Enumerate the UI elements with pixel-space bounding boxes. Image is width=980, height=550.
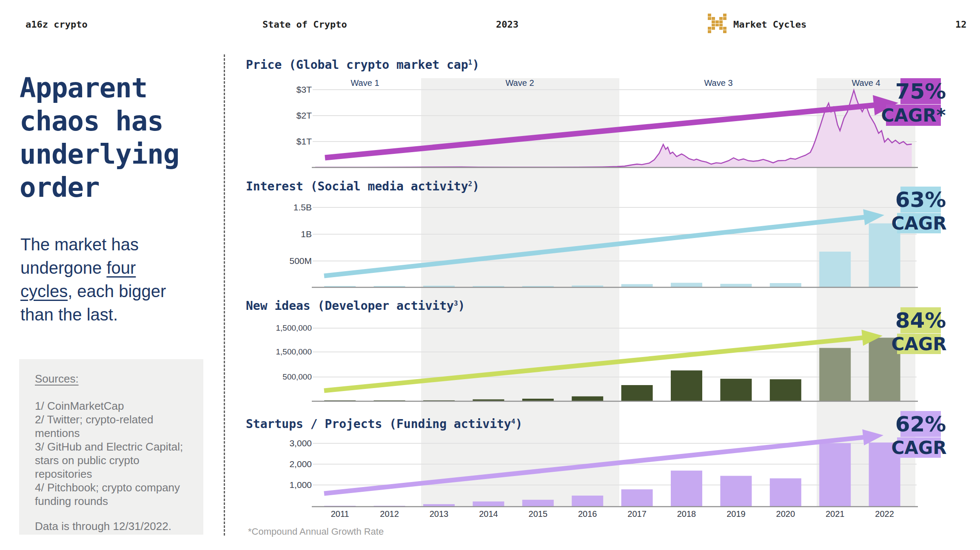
interest-ytick-1: 1B (264, 229, 312, 239)
newideas-bar-2018 (671, 371, 702, 402)
section-label: Market Cycles (733, 19, 806, 30)
newideas-ytick-1: 1,500,000 (264, 347, 312, 357)
startups-bar-2021 (819, 443, 851, 507)
startups-bar-2020 (770, 478, 801, 507)
newideas-cagr-label: CAGR (897, 334, 941, 354)
interest-cagr-label: CAGR (897, 213, 941, 233)
startups-bar-2014 (473, 502, 504, 507)
brand-label: a16z crypto (26, 19, 88, 30)
slide-root: a16z crypto State of Crypto 2023 Market … (0, 0, 980, 550)
wave-label-1: Wave 1 (350, 78, 379, 88)
price-cagr-percent: 75% (900, 78, 941, 104)
interest-ytick-0: 1.5B (264, 202, 312, 213)
slide-title: Apparentchaos hasunderlyingorder (20, 71, 179, 204)
xaxis-year-2022: 2022 (875, 509, 894, 519)
source-item: 4/ Pitchbook; crypto company funding rou… (35, 481, 189, 508)
wave-label-3: Wave 3 (704, 78, 732, 88)
xaxis-year-2016: 2016 (578, 509, 597, 519)
vertical-dashed-divider (224, 54, 225, 536)
startups-bar-2017 (621, 489, 653, 507)
interest-bar-2018 (671, 283, 702, 287)
price-ytick-1: $2T (264, 111, 312, 121)
newideas-ytick-2: 500,000 (264, 372, 312, 382)
xaxis-year-2021: 2021 (826, 509, 845, 519)
report-title: State of Crypto (262, 19, 347, 30)
startups-bar-2018 (671, 471, 702, 507)
slide-title-line: underlying (20, 138, 179, 171)
newideas-bar-2020 (770, 379, 801, 401)
startups-ytick-1: 2,000 (264, 459, 312, 469)
interest-cagr-percent: 63% (900, 187, 941, 213)
xaxis-year-2017: 2017 (627, 509, 647, 519)
slide-subtitle: The market has undergone four cycles, ea… (20, 233, 187, 326)
startups-bar-2019 (720, 476, 752, 507)
startups-chart-title: Startups / Projects (Funding activity4) (246, 417, 522, 431)
slide-title-line: order (20, 171, 179, 204)
newideas-bar-2016 (572, 397, 603, 402)
report-year: 2023 (496, 19, 518, 30)
interest-bar-2020 (770, 283, 801, 287)
sources-list: 1/ CoinMarketCap2/ Twitter; crypto-relat… (35, 399, 189, 508)
wave-label-2: Wave 2 (505, 78, 534, 88)
price-chart-title: Price (Global crypto market cap1) (246, 58, 479, 72)
wave-band-1 (421, 78, 619, 507)
newideas-ytick-0: 1,500,000 (264, 323, 312, 333)
a16z-logo-icon (708, 14, 726, 33)
interest-chart-title: Interest (Social media activity2) (246, 179, 479, 193)
startups-ytick-2: 1,000 (264, 480, 312, 490)
xaxis-year-2020: 2020 (776, 509, 795, 519)
xaxis-year-2019: 2019 (726, 509, 746, 519)
newideas-bar-2019 (720, 379, 752, 401)
source-item: 2/ Twitter; crypto-related mentions (35, 413, 189, 440)
startups-bar-2015 (522, 500, 554, 507)
xaxis-year-2013: 2013 (430, 509, 449, 519)
source-item: 1/ CoinMarketCap (35, 399, 189, 413)
wave-label-4: Wave 4 (852, 78, 880, 88)
xaxis-year-2011: 2011 (331, 509, 349, 519)
startups-cagr-label: CAGR (897, 437, 941, 458)
slide-title-line: Apparent (20, 71, 179, 105)
xaxis-year-2012: 2012 (380, 509, 399, 519)
newideas-chart-title: New ideas (Developer activity3) (246, 299, 465, 313)
newideas-cagr-percent: 84% (900, 307, 941, 333)
startups-bar-2016 (572, 496, 603, 507)
sources-heading: Sources: (35, 372, 189, 386)
source-item: 3/ GitHub and Electric Capital; stars on… (35, 440, 189, 481)
newideas-bar-2021 (819, 348, 851, 401)
xaxis-year-2018: 2018 (677, 509, 696, 519)
startups-ytick-0: 3,000 (264, 438, 312, 448)
slide-title-line: chaos has (20, 105, 179, 138)
interest-ytick-2: 500M (264, 256, 312, 266)
price-ytick-2: $1T (264, 136, 312, 147)
data-through-note: Data is through 12/31/2022. (35, 519, 189, 533)
page-number: 12 (955, 19, 967, 30)
price-cagr-label: CAGR* (886, 105, 941, 126)
startups-cagr-percent: 62% (900, 411, 941, 437)
price-ytick-0: $3T (264, 85, 312, 95)
interest-bar-2021 (819, 252, 851, 287)
xaxis-year-2015: 2015 (529, 509, 548, 519)
xaxis-year-2014: 2014 (479, 509, 498, 519)
newideas-bar-2017 (621, 385, 653, 401)
sources-box: Sources: 1/ CoinMarketCap2/ Twitter; cry… (19, 359, 203, 535)
cagr-footnote: *Compound Annual Growth Rate (248, 526, 384, 537)
